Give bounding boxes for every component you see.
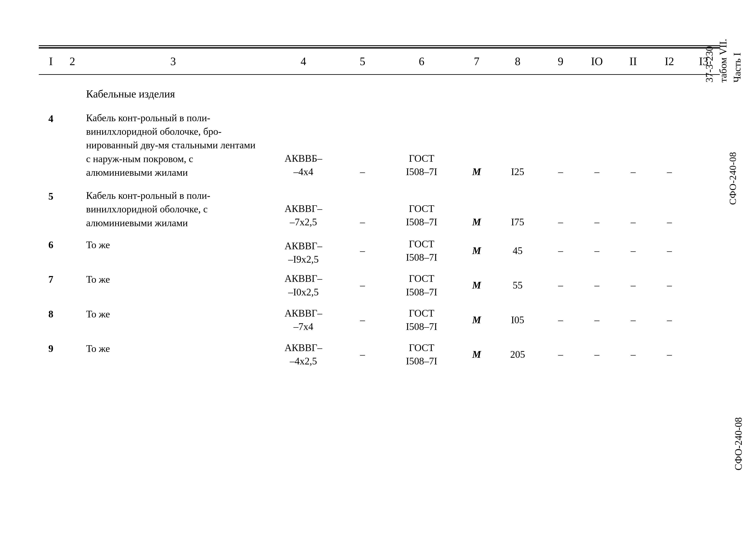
row9-c5: – <box>342 337 383 372</box>
top-border-line1 <box>39 45 713 48</box>
row5-c8: I75 <box>493 183 543 234</box>
row5-desc: Кабель конт-рольный в поли-винилхлоридно… <box>82 183 264 234</box>
header-col1: I <box>39 48 63 74</box>
row6-c8: 45 <box>493 234 543 268</box>
header-col7: 7 <box>461 48 493 74</box>
row6-num: 6 <box>39 234 63 268</box>
cat-c9 <box>542 74 579 106</box>
page-container: СФО-240-08 37-3-230 табом VII. Часть I С… <box>0 0 756 535</box>
row9-desc: То же <box>82 337 264 372</box>
row8-c13 <box>688 303 720 337</box>
row6-c9: – <box>542 234 579 268</box>
main-table: I 2 3 4 5 6 7 8 9 IO II I2 I3 Кабельные … <box>39 48 720 372</box>
right-side-annotation: 37-3-230 табом VII. Часть I <box>703 35 744 83</box>
row7-desc: То же <box>82 268 264 302</box>
row5-c9: – <box>542 183 579 234</box>
right-side-bottom: СФО-240-08 <box>733 417 744 470</box>
cat-num <box>39 74 63 106</box>
row4-code: АКВВБ– –4х4 <box>264 106 342 183</box>
row4-c9: – <box>542 106 579 183</box>
row5-num: 5 <box>39 183 63 234</box>
row8-code: АКВВГ– –7х4 <box>264 303 342 337</box>
row9-c9: – <box>542 337 579 372</box>
row6-c11: – <box>615 234 651 268</box>
row8-c10: – <box>579 303 615 337</box>
row4-c13 <box>688 106 720 183</box>
row9-c2 <box>63 337 82 372</box>
row7-c5: – <box>342 268 383 302</box>
table-row: 9 То же АКВВГ– –4х2,5 – ГОСТ I508–7I М 2… <box>39 337 720 372</box>
table-row: 6 То же АКВВГ– –I9х2,5 – ГОСТ I508–7I М … <box>39 234 720 268</box>
row8-c8: I05 <box>493 303 543 337</box>
row7-code: АКВВГ– –I0х2,5 <box>264 268 342 302</box>
row6-c5: – <box>342 234 383 268</box>
row6-gost: ГОСТ I508–7I <box>383 234 461 268</box>
row7-num: 7 <box>39 268 63 302</box>
row6-c2 <box>63 234 82 268</box>
row5-c7: М <box>461 183 493 234</box>
row8-desc: То же <box>82 303 264 337</box>
row6-code: АКВВГ– –I9х2,5 <box>264 234 342 268</box>
row7-c13 <box>688 268 720 302</box>
table-row: 8 То же АКВВГ– –7х4 – ГОСТ I508–7I М I05… <box>39 303 720 337</box>
row4-gost: ГОСТ I508–7I <box>383 106 461 183</box>
header-col9: 9 <box>542 48 579 74</box>
row7-c9: – <box>542 268 579 302</box>
cat-c12 <box>651 74 688 106</box>
row7-c7: М <box>461 268 493 302</box>
row6-c12: – <box>651 234 688 268</box>
row7-c8: 55 <box>493 268 543 302</box>
cat-label: Кабельные изделия <box>82 74 264 106</box>
row4-c11: – <box>615 106 651 183</box>
row9-c10: – <box>579 337 615 372</box>
table-row: 5 Кабель конт-рольный в поли-винилхлорид… <box>39 183 720 234</box>
header-col3: 3 <box>82 48 264 74</box>
cat-c5 <box>342 74 383 106</box>
header-col11: II <box>615 48 651 74</box>
row8-c5: – <box>342 303 383 337</box>
row4-c7: М <box>461 106 493 183</box>
table-row: 7 То же АКВВГ– –I0х2,5 – ГОСТ I508–7I М … <box>39 268 720 302</box>
table-row: 4 Кабель конт-рольный в поли-винилхлорид… <box>39 106 720 183</box>
row5-c11: – <box>615 183 651 234</box>
row4-c12: – <box>651 106 688 183</box>
row5-code: АКВВГ– –7х2,5 <box>264 183 342 234</box>
row9-c11: – <box>615 337 651 372</box>
header-col8: 8 <box>493 48 543 74</box>
cat-c7 <box>461 74 493 106</box>
row7-c12: – <box>651 268 688 302</box>
table-header-row: I 2 3 4 5 6 7 8 9 IO II I2 I3 <box>39 48 720 74</box>
row4-c2 <box>63 106 82 183</box>
doc-number: 37-3-230 <box>703 41 716 83</box>
row9-gost: ГОСТ I508–7I <box>383 337 461 372</box>
header-col10: IO <box>579 48 615 74</box>
row8-c7: М <box>461 303 493 337</box>
row4-c8: I25 <box>493 106 543 183</box>
row6-c7: М <box>461 234 493 268</box>
row5-c13 <box>688 183 720 234</box>
row4-c10: – <box>579 106 615 183</box>
row9-code: АКВВГ– –4х2,5 <box>264 337 342 372</box>
row5-c10: – <box>579 183 615 234</box>
row5-gost: ГОСТ I508–7I <box>383 183 461 234</box>
row9-c13 <box>688 337 720 372</box>
cat-empty <box>63 74 82 106</box>
cat-c4 <box>264 74 342 106</box>
cfo-label: СФО-240-08 <box>733 417 744 470</box>
row7-c11: – <box>615 268 651 302</box>
row8-c2 <box>63 303 82 337</box>
row9-c7: М <box>461 337 493 372</box>
row9-c12: – <box>651 337 688 372</box>
row6-c10: – <box>579 234 615 268</box>
tab-label: табом VII. <box>716 39 730 83</box>
header-col2: 2 <box>63 48 82 74</box>
cat-c11 <box>615 74 651 106</box>
row8-gost: ГОСТ I508–7I <box>383 303 461 337</box>
row4-desc: Кабель конт-рольный в поли-винилхлоридно… <box>82 106 264 183</box>
row7-c10: – <box>579 268 615 302</box>
header-col6: 6 <box>383 48 461 74</box>
cat-c6 <box>383 74 461 106</box>
row5-c2 <box>63 183 82 234</box>
cat-c8 <box>493 74 543 106</box>
row6-c13 <box>688 234 720 268</box>
